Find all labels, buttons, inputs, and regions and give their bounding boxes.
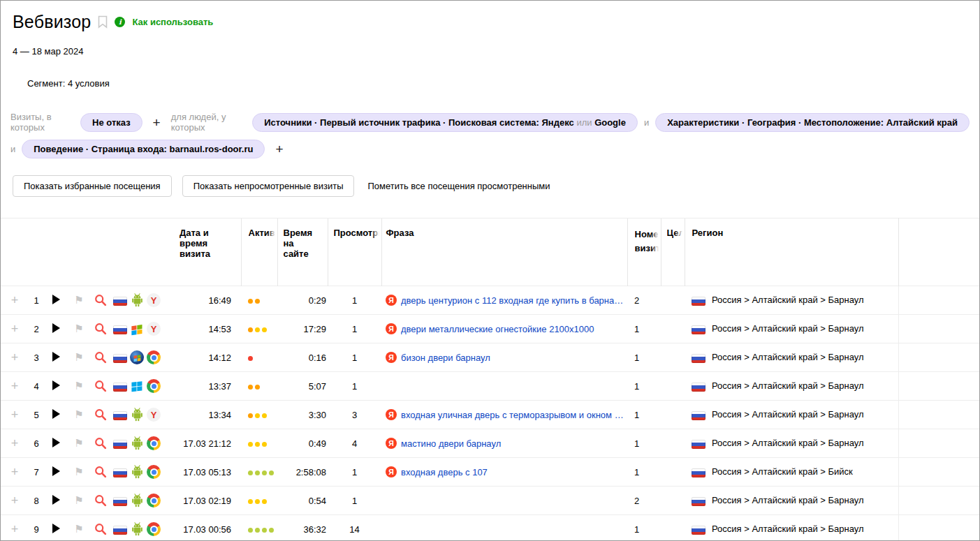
header-time-on-site: Время на сайте	[277, 218, 328, 286]
show-favorites-button[interactable]: Показать избранные посещения	[13, 175, 172, 197]
header-goals: Цели	[661, 218, 685, 286]
magnifier-icon[interactable]	[94, 437, 107, 450]
visit-number-value: 2	[634, 295, 639, 306]
magnifier-icon[interactable]	[94, 323, 107, 335]
visits-table: Дата и время визита Активность Время на …	[1, 218, 979, 541]
webvisor-page: Вебвизор i Как использовать 4 — 18 мар 2…	[0, 0, 980, 541]
android-icon	[131, 293, 143, 307]
magnifier-icon[interactable]	[94, 523, 107, 535]
yandex-browser-icon: Y	[147, 408, 161, 422]
yandex-search-icon: Я	[386, 409, 397, 420]
header-visit-number: Номер визита	[627, 218, 661, 286]
add-favorite-icon[interactable]: +	[11, 522, 19, 536]
table-row: + 9 ⚑	[1, 515, 979, 541]
visit-number-value: 1	[634, 324, 639, 334]
region-flag-icon	[692, 440, 705, 449]
play-icon[interactable]	[52, 524, 60, 533]
chrome-icon	[147, 436, 161, 450]
add-favorite-icon[interactable]: +	[11, 322, 19, 336]
flag-icon[interactable]: ⚑	[74, 323, 83, 334]
header-region: Регион	[685, 218, 898, 286]
add-favorite-icon[interactable]: +	[11, 350, 19, 364]
header-phrase: Фраза	[381, 218, 627, 286]
filter-chip-geo[interactable]: Характеристики · География · Местоположе…	[655, 113, 970, 132]
country-flag-icon	[113, 440, 127, 449]
row-number: 3	[34, 353, 38, 363]
region-flag-icon	[692, 497, 705, 506]
add-favorite-icon[interactable]: +	[11, 465, 19, 479]
flag-icon[interactable]: ⚑	[74, 466, 83, 477]
search-phrase-link[interactable]: мастино двери барнаул	[401, 438, 501, 449]
magnifier-icon[interactable]	[94, 351, 107, 364]
bookmark-icon[interactable]	[98, 15, 108, 29]
filter-chip-behavior[interactable]: Поведение · Страница входа: barnaul.ros-…	[22, 140, 265, 158]
search-phrase-link[interactable]: бизон двери барнаул	[401, 353, 490, 363]
filter-chip-source[interactable]: Источники · Первый источник трафика · По…	[252, 113, 638, 132]
search-phrase-link[interactable]: входная уличная дверь с терморазрывом и …	[401, 410, 627, 420]
play-icon[interactable]	[52, 295, 60, 304]
add-favorite-icon[interactable]: +	[11, 379, 19, 393]
play-icon[interactable]	[52, 409, 60, 419]
goals-cell	[661, 401, 685, 429]
search-phrase-link[interactable]: входная дверь с 107	[401, 467, 488, 477]
activity-dots	[248, 413, 267, 418]
region-path: Россия > Алтайский край > Барнаул	[712, 323, 864, 334]
date-range-selector[interactable]: 4 — 18 мар 2024	[13, 46, 979, 57]
flag-icon[interactable]: ⚑	[74, 294, 83, 306]
add-favorite-icon[interactable]: +	[11, 408, 19, 422]
time-on-site-value: 5:07	[309, 381, 326, 392]
activity-dots	[248, 499, 267, 504]
magnifier-icon[interactable]	[94, 466, 107, 478]
region-path: Россия > Алтайский край > Барнаул	[712, 495, 864, 505]
visit-number-value: 1	[634, 438, 639, 449]
visit-number-value: 1	[634, 410, 639, 420]
views-count: 1	[352, 496, 357, 506]
flag-icon[interactable]: ⚑	[74, 408, 83, 420]
add-favorite-icon[interactable]: +	[11, 293, 19, 307]
magnifier-icon[interactable]	[94, 294, 107, 306]
magnifier-icon[interactable]	[94, 380, 107, 392]
mark-all-viewed-button[interactable]: Пометить все посещения просмотренными	[365, 181, 550, 191]
region-flag-icon	[692, 354, 705, 363]
flag-icon[interactable]: ⚑	[74, 437, 83, 449]
table-row: + 3 ⚑	[1, 343, 979, 372]
play-icon[interactable]	[52, 352, 60, 362]
flag-icon[interactable]: ⚑	[74, 494, 83, 506]
row-fill	[898, 343, 979, 372]
activity-dots	[248, 385, 260, 390]
add-visit-condition-button[interactable]: +	[149, 116, 165, 129]
activity-dots	[248, 356, 253, 361]
search-phrase-link[interactable]: дверь центурион с 112 входная где купить…	[401, 295, 627, 306]
flag-icon[interactable]: ⚑	[74, 523, 83, 535]
show-unviewed-button[interactable]: Показать непросмотренные визиты	[182, 175, 355, 197]
add-favorite-icon[interactable]: +	[11, 494, 19, 507]
magnifier-icon[interactable]	[94, 494, 107, 507]
flag-icon[interactable]: ⚑	[74, 351, 83, 363]
play-icon[interactable]	[52, 495, 60, 505]
filter-chip-not-bounce[interactable]: Не отказ	[80, 113, 142, 132]
add-people-condition-button[interactable]: +	[271, 142, 287, 156]
play-icon[interactable]	[52, 380, 60, 390]
row-fill	[898, 487, 979, 515]
chrome-icon	[147, 522, 161, 536]
play-icon[interactable]	[52, 323, 60, 333]
goals-cell	[661, 343, 685, 372]
segment-selector[interactable]: Сегмент: 4 условия	[27, 78, 979, 89]
play-icon[interactable]	[52, 466, 60, 476]
country-flag-icon	[113, 354, 127, 363]
magnifier-icon[interactable]	[94, 408, 107, 421]
how-to-use-link[interactable]: Как использовать	[132, 17, 213, 27]
visit-number-value: 1	[634, 467, 639, 477]
row-fill	[898, 401, 979, 429]
search-phrase-link[interactable]: двери металлические огнестойкие 2100x100…	[401, 324, 594, 334]
activity-dots	[248, 470, 274, 475]
source-chip-alt: Google	[594, 117, 626, 128]
play-icon[interactable]	[52, 438, 60, 447]
row-number: 1	[34, 295, 38, 306]
table-row: + 5 ⚑	[1, 401, 979, 429]
visit-datetime: 13:37	[208, 381, 231, 392]
segment-filters: Визиты, в которых Не отказ + для людей, …	[10, 112, 970, 158]
country-flag-icon	[113, 297, 127, 306]
flag-icon[interactable]: ⚑	[74, 380, 83, 392]
add-favorite-icon[interactable]: +	[11, 436, 19, 450]
